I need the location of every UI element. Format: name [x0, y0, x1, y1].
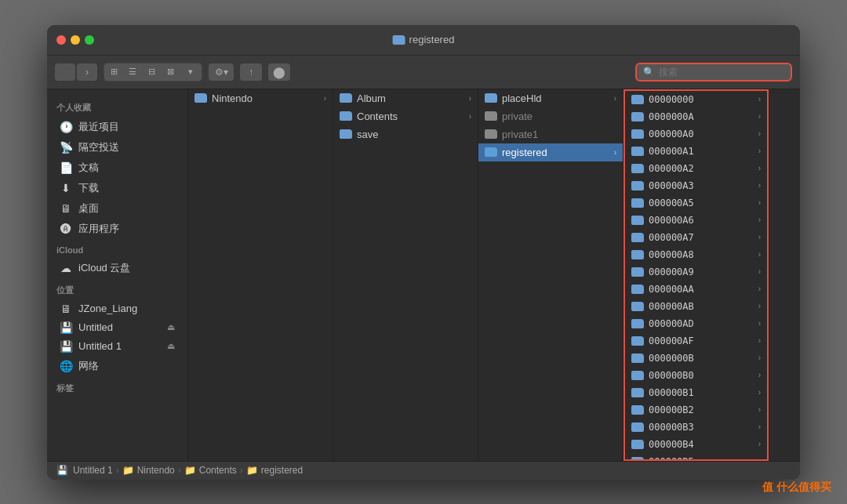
list-item[interactable]: 000000A3›	[625, 177, 767, 194]
sidebar-item-untitled[interactable]: 💾 Untitled ⏏	[50, 318, 184, 337]
folder-icon	[631, 405, 644, 415]
folder-icon	[194, 93, 207, 103]
chevron-icon: ›	[758, 336, 761, 345]
section-tags: 标签	[47, 376, 187, 397]
tag-button[interactable]: ⬤	[268, 63, 290, 81]
list-item[interactable]: 000000A7›	[625, 229, 767, 246]
item-label: 000000AF	[649, 335, 694, 346]
eject-icon[interactable]: ⏏	[167, 322, 175, 332]
list-item[interactable]: 000000B0›	[625, 367, 767, 384]
sidebar-item-network[interactable]: 🌐 网络	[50, 356, 184, 376]
list-item[interactable]: 000000A1›	[625, 143, 767, 160]
computer-icon: 🖥	[60, 303, 72, 315]
sidebar-item-downloads[interactable]: ⬇ 下载	[50, 178, 184, 198]
item-label: 000000A7	[649, 232, 694, 243]
chevron-icon: ›	[324, 94, 326, 103]
item-label: 0000000B	[649, 353, 694, 364]
gallery-view-button[interactable]: ⊠	[161, 63, 180, 81]
list-item[interactable]: 000000A2›	[625, 160, 767, 177]
item-label: 000000AB	[649, 301, 694, 312]
list-item[interactable]: registered ›	[478, 143, 623, 161]
sidebar-item-icloud[interactable]: ☁ iCloud 云盘	[50, 258, 184, 278]
sidebar-label: 应用程序	[78, 222, 119, 236]
column-2: Album › Contents › save	[333, 89, 478, 461]
list-item[interactable]: Contents ›	[333, 107, 478, 125]
sidebar-label: Untitled 1	[78, 340, 122, 352]
item-label: 000000A0	[649, 129, 694, 140]
sidebar-label: 桌面	[78, 201, 99, 216]
folder-icon	[631, 422, 644, 432]
titlebar: registered	[47, 25, 800, 55]
list-item[interactable]: 000000B4›	[625, 436, 767, 453]
untitled1-row: Untitled 1 ⏏	[78, 340, 175, 352]
fullscreen-button[interactable]	[85, 35, 94, 45]
chevron-icon: ›	[758, 285, 761, 293]
close-button[interactable]	[56, 35, 66, 45]
sidebar-item-airdrop[interactable]: 📡 隔空投送	[50, 137, 184, 158]
list-item[interactable]: placeHld ›	[478, 89, 623, 107]
item-label: 000000A2	[649, 163, 694, 174]
share-button[interactable]: ↑	[240, 63, 262, 81]
list-item[interactable]: save	[333, 125, 478, 143]
view-options-button[interactable]: ▾	[180, 63, 202, 81]
item-label: 0000000A	[649, 111, 694, 122]
list-item[interactable]: 000000B5›	[625, 453, 767, 461]
list-item[interactable]: 000000A9›	[625, 263, 767, 281]
list-item[interactable]: 000000A6›	[625, 212, 767, 229]
column-view-button[interactable]: ⊟	[142, 63, 161, 81]
list-item[interactable]: Nintendo ›	[188, 89, 333, 107]
apps-icon: 🅐	[60, 223, 72, 235]
list-item[interactable]: 000000A8›	[625, 246, 767, 263]
network-icon: 🌐	[60, 360, 72, 372]
list-item[interactable]: 000000AF›	[625, 332, 767, 350]
folder-icon	[631, 354, 644, 363]
breadcrumb: Untitled 1 › 📁 Nintendo › 📁 Contents › 📁…	[73, 465, 303, 476]
item-label: 000000B5	[649, 456, 694, 461]
column-4-items: 00000000›0000000A›000000A0›000000A1›0000…	[625, 91, 767, 461]
list-item[interactable]: 000000B3›	[625, 419, 767, 436]
minimize-button[interactable]	[71, 35, 80, 45]
list-item[interactable]: private	[478, 107, 623, 125]
sidebar-label: 最近项目	[78, 120, 119, 134]
list-item[interactable]: 0000000A›	[625, 108, 767, 125]
chevron-icon: ›	[758, 388, 761, 397]
forward-button[interactable]: ›	[77, 63, 97, 81]
action-button[interactable]: ⚙▾	[209, 63, 234, 81]
search-box[interactable]: 🔍	[635, 63, 792, 82]
item-label: private	[502, 111, 533, 122]
icon-view-button[interactable]: ⊞	[104, 63, 123, 81]
section-favorites: 个人收藏	[47, 96, 187, 117]
eject1-icon[interactable]: ⏏	[167, 341, 175, 351]
breadcrumb-item: Nintendo	[137, 465, 175, 476]
folder-icon	[485, 129, 497, 139]
list-item[interactable]: 000000A5›	[625, 194, 767, 212]
sidebar-item-apps[interactable]: 🅐 应用程序	[50, 219, 184, 239]
folder-icon	[631, 147, 644, 156]
folder-icon	[631, 285, 644, 294]
sidebar-item-recents[interactable]: 🕐 最近项目	[50, 117, 184, 137]
window-title-text: registered	[409, 34, 455, 45]
chevron-icon: ›	[758, 216, 761, 224]
list-item[interactable]: private1	[478, 125, 623, 143]
chevron-icon: ›	[758, 371, 761, 379]
list-view-button[interactable]: ☰	[123, 63, 142, 81]
list-item[interactable]: 000000AA›	[625, 281, 767, 298]
drive-icon: 💾	[60, 321, 72, 334]
list-item[interactable]: 000000B1›	[625, 384, 767, 401]
list-item[interactable]: 000000A0›	[625, 125, 767, 143]
traffic-lights	[56, 35, 94, 45]
list-item[interactable]: Album ›	[333, 89, 478, 107]
list-item[interactable]: 00000000›	[625, 91, 767, 108]
list-item[interactable]: 000000B2›	[625, 401, 767, 419]
sidebar-item-docs[interactable]: 📄 文稿	[50, 158, 184, 178]
sidebar-item-desktop[interactable]: 🖥 桌面	[50, 198, 184, 219]
sidebar-item-jzone[interactable]: 🖥 JZone_Liang	[50, 299, 184, 318]
list-item[interactable]: 0000000B›	[625, 350, 767, 367]
list-item[interactable]: 000000AD›	[625, 315, 767, 332]
sidebar-item-untitled1[interactable]: 💾 Untitled 1 ⏏	[50, 337, 184, 356]
search-input[interactable]	[659, 67, 784, 78]
back-button[interactable]: ‹	[55, 63, 75, 81]
list-item[interactable]: 000000AB›	[625, 298, 767, 315]
airdrop-icon: 📡	[60, 141, 72, 154]
folder-icon	[631, 440, 644, 449]
